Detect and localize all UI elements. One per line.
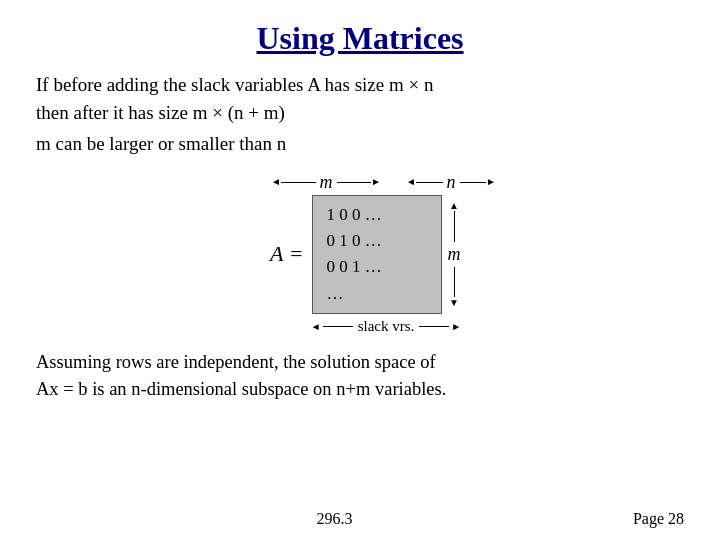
matrix-row: A = 1 0 0 … 0 1 0 … 0 0 1 … … ▲ m ▼ bbox=[260, 195, 461, 314]
n-arrow-label: ◄ n ► bbox=[391, 172, 511, 193]
right-m-arrow: ▲ m ▼ bbox=[448, 200, 461, 308]
v-line-top bbox=[454, 211, 455, 242]
m-arrow-left-head: ◄ bbox=[271, 177, 281, 187]
m-arrow-label: ◄ m ► bbox=[261, 172, 391, 193]
matrix-row-1: 1 0 0 … bbox=[327, 202, 423, 228]
matrix-content-box: 1 0 0 … 0 1 0 … 0 0 1 … … bbox=[312, 195, 442, 314]
paragraph-2: m can be larger or smaller than n bbox=[36, 130, 684, 158]
matrix-row-4: … bbox=[327, 281, 423, 307]
para1b-text: then after it has size m × (n + m) bbox=[36, 102, 285, 123]
m-arrow-text: m bbox=[316, 172, 337, 193]
n-arrow-right-head: ► bbox=[486, 177, 496, 187]
para1-text: If before adding the slack variables A h… bbox=[36, 74, 433, 95]
matrix-row-2: 0 1 0 … bbox=[327, 228, 423, 254]
bottom-line-2: Ax = b is an n-dimensional subspace on n… bbox=[36, 376, 684, 403]
slack-line-left bbox=[323, 326, 353, 327]
m-arrow-right-head: ► bbox=[371, 177, 381, 187]
bottom-text: Assuming rows are independent, the solut… bbox=[36, 349, 684, 403]
m-arrow-shaft2 bbox=[337, 182, 372, 183]
slide-page: Using Matrices If before adding the slac… bbox=[0, 0, 720, 540]
matrix-label: A = bbox=[260, 241, 304, 267]
slack-line-right bbox=[419, 326, 449, 327]
m-arrow: ◄ m ► bbox=[271, 172, 381, 193]
footer: 296.3 Page 28 bbox=[36, 502, 684, 528]
n-arrow: ◄ n ► bbox=[406, 172, 496, 193]
footer-page-label: Page 28 bbox=[633, 510, 684, 528]
paragraph-1: If before adding the slack variables A h… bbox=[36, 71, 684, 126]
slack-right-arrow: ► bbox=[451, 321, 461, 332]
v-line-bottom bbox=[454, 267, 455, 298]
m-arrow-shaft bbox=[281, 182, 316, 183]
slack-left-arrow: ◄ bbox=[311, 321, 321, 332]
n-arrow-text: n bbox=[443, 172, 460, 193]
slack-label-row: ◄ slack vrs. ► bbox=[311, 318, 461, 335]
bottom-line-1: Assuming rows are independent, the solut… bbox=[36, 349, 684, 376]
n-arrow-shaft bbox=[416, 182, 443, 183]
slide-title: Using Matrices bbox=[36, 20, 684, 57]
slack-text: slack vrs. bbox=[355, 318, 418, 335]
top-arrows: ◄ m ► ◄ n ► bbox=[261, 172, 511, 193]
matrix-row-3: 0 0 1 … bbox=[327, 254, 423, 280]
matrix-diagram: ◄ m ► ◄ n ► A = bbox=[36, 172, 684, 335]
n-arrow-shaft2 bbox=[460, 182, 487, 183]
right-m-label: m bbox=[448, 242, 461, 267]
up-arrow-head: ▲ bbox=[449, 200, 459, 211]
footer-page-number: 296.3 bbox=[36, 510, 633, 528]
down-arrow-head: ▼ bbox=[449, 297, 459, 308]
n-arrow-left-head: ◄ bbox=[406, 177, 416, 187]
